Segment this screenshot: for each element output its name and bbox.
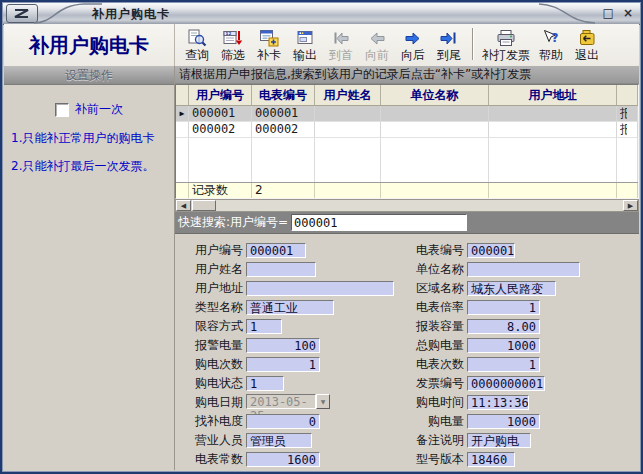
reissue-card-icon — [259, 29, 279, 48]
field-label: 电表倍率 — [408, 299, 464, 316]
detail-form: 用户编号000001 用户姓名 用户地址 类型名称普通工业 限容方式1 报警电量… — [175, 234, 639, 470]
grid-cell[interactable]: 000001 — [189, 106, 252, 122]
grid-column-header[interactable]: 用户地址 — [489, 85, 617, 105]
field-label: 限容方式 — [175, 318, 243, 335]
purchase-energy-field[interactable]: 1000 — [467, 414, 540, 429]
app-window: 补用户购电卡 □ × 补用户购电卡 查询 12 筛选 — [0, 0, 643, 474]
grid-cell[interactable] — [489, 122, 617, 138]
purchase-time-field[interactable]: 11:13:36 — [467, 395, 529, 410]
meter-id-field[interactable]: 000001 — [467, 243, 515, 258]
unit-name-field[interactable] — [467, 262, 580, 277]
purchase-count-field[interactable]: 1 — [246, 357, 320, 372]
toolbar-button-label: 向后 — [401, 48, 425, 62]
field-label: 电表常数 — [175, 451, 243, 468]
adjust-energy-field[interactable]: 0 — [246, 414, 320, 429]
last-record-button[interactable]: 到尾 — [431, 28, 467, 63]
reissue-previous-checkbox[interactable] — [55, 103, 69, 117]
field-label: 电表次数 — [408, 356, 464, 373]
quick-search-input[interactable] — [291, 214, 467, 231]
user-address-field[interactable] — [246, 281, 394, 296]
prev-record-button[interactable]: 向前 — [359, 28, 395, 63]
total-energy-field[interactable]: 1000 — [467, 338, 540, 353]
grid-row[interactable]: 000002 000002 报 — [176, 122, 638, 138]
installed-capacity-field[interactable]: 8.00 — [467, 319, 540, 334]
query-button[interactable]: 查询 — [179, 28, 215, 63]
instruction-bar: 请根据用户申报信息,搜索到该用户的记录后点击“补卡”或补打发票 — [175, 66, 639, 84]
note-2: 2.只能补打最后一次发票。 — [11, 158, 169, 174]
toolbar-button-label: 向前 — [365, 48, 389, 62]
scrollbar-thumb[interactable] — [192, 200, 216, 211]
scrollbar-track[interactable] — [216, 200, 623, 211]
meter-count-field[interactable]: 1 — [467, 357, 540, 372]
reissue-previous-checkbox-label[interactable]: 补前一次 — [75, 101, 123, 118]
grid-row-selected[interactable]: ▶ 000001 000001 报 — [176, 106, 638, 122]
reissue-card-button[interactable]: 补卡 — [251, 28, 287, 63]
close-button[interactable]: × — [623, 5, 633, 21]
grid-cell[interactable]: 000002 — [189, 122, 252, 138]
grid-cell-partial[interactable]: 报 — [617, 122, 638, 138]
field-label: 报警电量 — [175, 337, 243, 354]
field-label: 类型名称 — [175, 299, 243, 316]
help-button[interactable]: ? 帮助 — [533, 28, 569, 63]
grid-cell[interactable] — [381, 122, 489, 138]
first-record-button[interactable]: 到首 — [323, 28, 359, 63]
purchase-date-value: 2013-05-25 — [246, 394, 316, 409]
field-label: 购电状态 — [175, 375, 243, 392]
output-button[interactable]: 输出 — [287, 28, 323, 63]
toolbar: 补用户购电卡 查询 12 筛选 补卡 — [4, 24, 639, 67]
record-count-value: 2 — [252, 183, 315, 198]
meter-ratio-field[interactable]: 1 — [467, 300, 540, 315]
grid-cell[interactable] — [315, 122, 381, 138]
grid-cell[interactable] — [489, 106, 617, 122]
next-record-icon — [403, 29, 423, 48]
settings-panel: 设置操作 补前一次 1.只能补正常用户的购电卡 2.只能补打最后一次发票。 — [4, 66, 175, 470]
grid-column-header[interactable]: 单位名称 — [381, 85, 489, 105]
grid-horizontal-scrollbar[interactable]: ◀ ▶ — [175, 199, 639, 212]
titlebar-swoosh-right — [537, 2, 597, 24]
grid-row-selector-header — [176, 85, 189, 105]
type-name-field[interactable]: 普通工业 — [246, 300, 334, 315]
toolbar-separator — [472, 28, 474, 60]
next-record-button[interactable]: 向后 — [395, 28, 431, 63]
invoice-number-field[interactable]: 0000000001 — [467, 376, 545, 391]
field-label: 购电日期 — [175, 394, 243, 411]
remark-field[interactable]: 开户购电 — [467, 433, 531, 448]
toolbar-button-label: 到首 — [329, 48, 353, 62]
chevron-down-icon[interactable]: ▼ — [316, 394, 330, 409]
meter-constant-field[interactable]: 1600 — [246, 452, 320, 467]
grid-empty-area — [176, 138, 638, 182]
exit-icon — [577, 29, 597, 48]
field-label: 营业人员 — [175, 432, 243, 449]
grid-column-header[interactable]: 用户编号 — [189, 85, 252, 105]
grid-column-header[interactable]: 电表编号 — [252, 85, 315, 105]
field-label: 发票编号 — [408, 375, 464, 392]
scroll-left-icon[interactable]: ◀ — [176, 200, 191, 211]
area-name-field[interactable]: 城东人民路变 — [467, 281, 556, 296]
grid-cell-partial[interactable]: 报 — [617, 106, 638, 122]
grid-cell[interactable]: 000002 — [252, 122, 315, 138]
exit-button[interactable]: 退出 — [569, 28, 605, 63]
limit-mode-field[interactable]: 1 — [246, 319, 282, 334]
note-1: 1.只能补正常用户的购电卡 — [11, 130, 169, 146]
alarm-energy-field[interactable]: 100 — [246, 338, 320, 353]
quick-search-bar: 快速搜索:用户编号= — [175, 212, 639, 234]
grid-cell[interactable] — [315, 106, 381, 122]
field-label: 找补电度 — [175, 413, 243, 430]
title-bar[interactable]: 补用户购电卡 □ × — [2, 2, 641, 25]
print-invoice-button[interactable]: 补打发票 — [479, 28, 533, 63]
grid-column-header[interactable]: 用户姓名 — [315, 85, 381, 105]
user-id-field[interactable]: 000001 — [246, 243, 306, 258]
maximize-button[interactable]: □ — [603, 5, 614, 21]
svg-text:12: 12 — [226, 31, 232, 36]
model-version-field[interactable]: 18460 — [467, 452, 515, 467]
field-label: 购电量 — [408, 413, 464, 430]
purchase-date-combo[interactable]: 2013-05-25 ▼ — [246, 394, 330, 410]
grid-cell[interactable]: 000001 — [252, 106, 315, 122]
filter-button[interactable]: 12 筛选 — [215, 28, 251, 63]
grid-cell[interactable] — [381, 106, 489, 122]
user-name-field[interactable] — [246, 262, 316, 277]
operator-field[interactable]: 管理员 — [246, 433, 312, 448]
purchase-status-field[interactable]: 1 — [246, 376, 284, 391]
scroll-right-icon[interactable]: ▶ — [623, 200, 638, 211]
toolbar-button-label: 补打发票 — [482, 48, 530, 62]
